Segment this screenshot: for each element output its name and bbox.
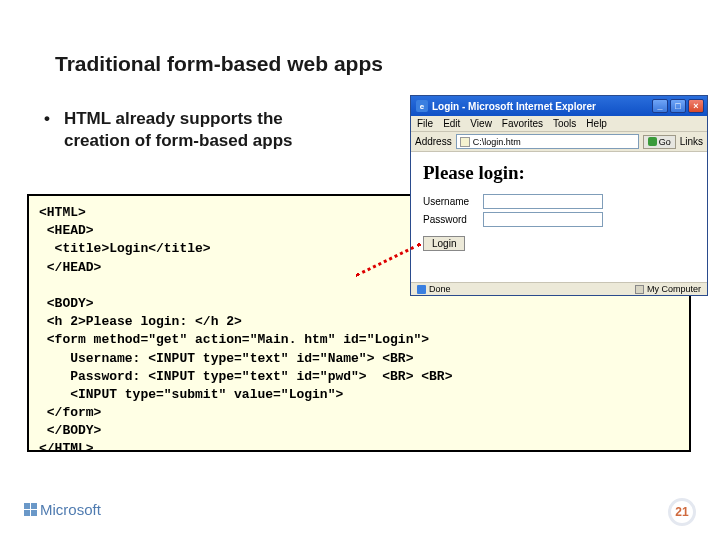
status-zone-text: My Computer [647,284,701,294]
login-heading: Please login: [423,162,695,184]
page-content: Please login: Username Password Login [411,152,707,282]
computer-icon [635,285,644,294]
bullet-dot-icon: • [44,108,50,152]
username-input[interactable] [483,194,603,209]
window-titlebar: e Login - Microsoft Internet Explorer _ … [411,96,707,116]
minimize-button[interactable]: _ [652,99,668,113]
page-number-badge: 21 [668,498,696,526]
maximize-button[interactable]: □ [670,99,686,113]
done-icon [417,285,426,294]
address-label: Address [415,136,452,147]
microsoft-logo: Microsoft [24,501,101,518]
address-bar: Address C:\login.htm Go Links [411,132,707,152]
bullet-item: • HTML already supports the creation of … [44,108,293,152]
username-label: Username [423,196,483,207]
menu-favorites[interactable]: Favorites [502,118,543,129]
window-title: Login - Microsoft Internet Explorer [432,101,652,112]
slide-title: Traditional form-based web apps [55,52,383,76]
page-number: 21 [675,505,688,519]
password-input[interactable] [483,212,603,227]
address-value: C:\login.htm [473,137,521,147]
go-arrow-icon [648,137,657,146]
menu-bar: File Edit View Favorites Tools Help [411,116,707,132]
menu-file[interactable]: File [417,118,433,129]
menu-tools[interactable]: Tools [553,118,576,129]
microsoft-squares-icon [24,503,37,516]
file-icon [460,137,470,147]
go-button[interactable]: Go [643,135,676,149]
status-bar: Done My Computer [411,282,707,295]
password-label: Password [423,214,483,225]
browser-window: e Login - Microsoft Internet Explorer _ … [410,95,708,296]
address-field[interactable]: C:\login.htm [456,134,639,149]
microsoft-brand-text: Microsoft [40,501,101,518]
menu-edit[interactable]: Edit [443,118,460,129]
login-submit-button[interactable]: Login [423,236,465,251]
status-done-text: Done [429,284,451,294]
ie-icon: e [416,100,428,112]
bullet-text: HTML already supports the creation of fo… [64,108,293,152]
links-label[interactable]: Links [680,136,703,147]
menu-help[interactable]: Help [586,118,607,129]
menu-view[interactable]: View [470,118,492,129]
close-button[interactable]: × [688,99,704,113]
